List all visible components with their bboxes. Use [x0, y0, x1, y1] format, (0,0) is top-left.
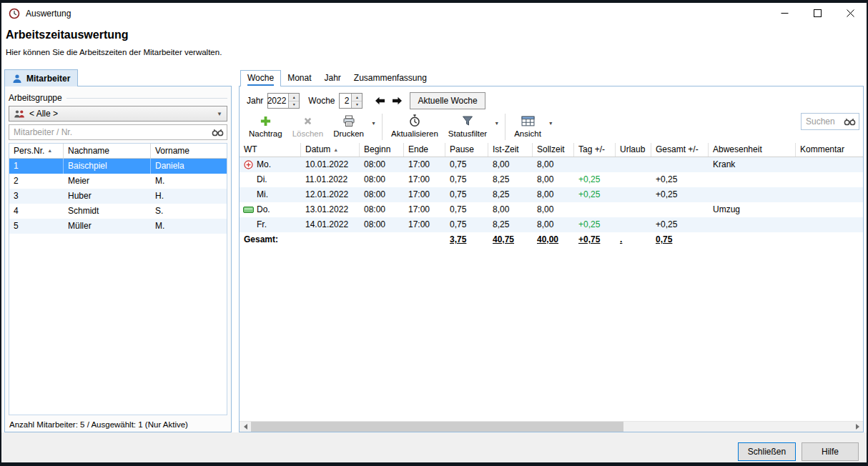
sort-asc-icon: ▲ — [47, 144, 52, 158]
statusfilter-dropdown-arrow[interactable]: ▾ — [492, 114, 501, 132]
tab-woche[interactable]: Woche — [240, 70, 281, 86]
maximize-button[interactable] — [801, 3, 834, 24]
col-pause[interactable]: Pause — [445, 143, 488, 157]
drucken-button[interactable]: Drucken — [328, 112, 369, 139]
col-kommentar[interactable]: Kommentar — [796, 143, 863, 157]
col-gesamt[interactable]: Gesamt +/- — [651, 143, 709, 157]
week-search — [801, 113, 859, 130]
bottom-bar: Schließen Hilfe — [1, 432, 867, 462]
week-value: 2 — [340, 94, 351, 108]
sort-asc-icon: ▲ — [333, 143, 338, 157]
statusfilter-button[interactable]: Statusfilter — [443, 112, 492, 139]
arrow-right-icon — [392, 96, 403, 105]
app-clock-icon — [9, 8, 20, 19]
titlebar: Auswertung — [1, 3, 867, 24]
toolbar-separator — [382, 114, 383, 140]
week-panel: Jahr 2022 ▲▼ Woche 2 ▲▼ Aktuelle Woche N… — [239, 86, 864, 432]
week-row[interactable]: Do. 13.01.2022 08:00 17:00 0,75 8,00 8,0… — [240, 202, 863, 217]
year-value: 2022 — [268, 94, 288, 108]
week-table-header: WT Datum▲ Beginn Ende Pause Ist-Zeit Sol… — [240, 143, 863, 157]
tab-mitarbeiter-label: Mitarbeiter — [26, 74, 70, 84]
hilfe-button[interactable]: Hilfe — [802, 442, 859, 461]
red-circle-plus-icon — [242, 160, 255, 169]
employee-search-input[interactable] — [9, 124, 227, 140]
ansicht-button[interactable]: Ansicht — [509, 112, 546, 139]
year-spin-buttons[interactable]: ▲▼ — [288, 94, 299, 108]
col-datum[interactable]: Datum▲ — [301, 143, 360, 157]
scrollbar-thumb[interactable] — [251, 422, 623, 432]
week-row[interactable]: Di. 11.01.2022 08:00 17:00 0,75 8,25 8,0… — [240, 172, 863, 187]
week-controls: Jahr 2022 ▲▼ Woche 2 ▲▼ Aktuelle Woche — [247, 92, 485, 109]
col-abwesenheit[interactable]: Abwesenheit — [709, 143, 796, 157]
minimize-button[interactable] — [768, 3, 801, 24]
group-separator-line — [66, 98, 227, 99]
close-button[interactable] — [834, 3, 867, 24]
schliessen-button[interactable]: Schließen — [738, 442, 796, 461]
employees-table[interactable]: Pers.Nr. ▲ Nachname Vorname 1 Baischpiel… — [9, 143, 227, 415]
window-border-left — [0, 0, 1, 466]
loeschen-button[interactable]: Löschen — [287, 112, 328, 139]
horizontal-scrollbar[interactable] — [240, 421, 863, 432]
binoculars-icon — [212, 128, 224, 137]
minimize-icon — [781, 9, 789, 17]
week-spin-buttons[interactable]: ▲▼ — [351, 94, 362, 108]
employee-row[interactable]: 4 Schmidt S. — [9, 204, 227, 219]
tab-jahr[interactable]: Jahr — [318, 71, 347, 86]
aktualisieren-button[interactable]: Aktualisieren — [386, 112, 443, 139]
window-controls — [768, 3, 867, 24]
week-row[interactable]: Fr. 14.01.2022 08:00 17:00 0,75 8,25 8,0… — [240, 217, 863, 232]
col-urlaub[interactable]: Urlaub — [616, 143, 651, 157]
green-bar-icon — [242, 206, 255, 214]
col-ende[interactable]: Ende — [404, 143, 445, 157]
ansicht-dropdown-arrow[interactable]: ▾ — [546, 114, 556, 132]
col-sollzeit[interactable]: Sollzeit — [533, 143, 574, 157]
tab-monat[interactable]: Monat — [281, 71, 317, 86]
week-total-row: Gesamt: 3,75 40,75 40,00 +0,75 . 0,75 — [240, 232, 863, 247]
drucken-dropdown-arrow[interactable]: ▾ — [369, 114, 378, 132]
employee-row[interactable]: 5 Müller M. — [9, 219, 227, 234]
maximize-icon — [814, 9, 822, 17]
view-tabs: Woche Monat Jahr Zusammenfassung — [240, 70, 433, 86]
employee-row[interactable]: 3 Huber H. — [9, 189, 227, 204]
window-title: Auswertung — [26, 9, 71, 19]
previous-week-button[interactable] — [371, 93, 388, 109]
week-row[interactable]: Mo. 10.01.2022 08:00 17:00 0,75 8,00 8,0… — [240, 157, 863, 172]
scroll-right-button[interactable] — [852, 422, 863, 432]
page-subtitle: Hier können Sie die Arbeitszeiten der Mi… — [6, 48, 222, 56]
week-table-rows: Mo. 10.01.2022 08:00 17:00 0,75 8,00 8,0… — [240, 157, 863, 247]
green-plus-icon — [260, 114, 272, 128]
next-week-button[interactable] — [388, 93, 405, 109]
col-nachname[interactable]: Nachname — [64, 144, 151, 158]
scrollbar-track[interactable] — [251, 422, 852, 432]
spin-down-icon: ▼ — [289, 101, 299, 109]
nachtrag-button[interactable]: Nachtrag — [244, 112, 287, 139]
week-toolbar: Nachtrag Löschen Drucken ▾ Aktualisieren — [244, 112, 859, 142]
col-tag[interactable]: Tag +/- — [574, 143, 616, 157]
col-beginn[interactable]: Beginn — [360, 143, 404, 157]
window-border-top — [0, 0, 868, 3]
tab-mitarbeiter[interactable]: Mitarbeiter — [4, 69, 78, 86]
week-row[interactable]: Mi. 12.01.2022 08:00 17:00 0,75 8,25 8,0… — [240, 187, 863, 202]
scroll-left-button[interactable] — [240, 422, 251, 432]
employees-panel: Arbeitsgruppe < Alle > ▼ Pers.Nr. ▲ Nach… — [4, 86, 232, 432]
window-border-bottom — [0, 462, 868, 466]
aktuelle-woche-button[interactable]: Aktuelle Woche — [410, 92, 485, 109]
arbeitsgruppe-select[interactable]: < Alle > ▼ — [9, 106, 227, 122]
triangle-left-icon — [244, 424, 247, 430]
triangle-right-icon — [856, 424, 859, 430]
year-spinner[interactable]: 2022 ▲▼ — [267, 93, 300, 109]
col-ist-zeit[interactable]: Ist-Zeit — [488, 143, 533, 157]
col-persnr[interactable]: Pers.Nr. ▲ — [9, 144, 64, 158]
tab-zusammenfassung[interactable]: Zusammenfassung — [347, 71, 433, 86]
person-icon — [12, 74, 22, 84]
col-wt[interactable]: WT — [240, 143, 301, 157]
stopwatch-icon — [409, 114, 420, 128]
col-vorname[interactable]: Vorname — [151, 144, 227, 158]
employee-row[interactable]: 1 Baischpiel Daniela — [9, 159, 227, 174]
jahr-label: Jahr — [247, 96, 263, 106]
toolbar-separator — [505, 114, 505, 140]
employee-row[interactable]: 2 Meier M. — [9, 174, 227, 189]
funnel-icon — [462, 114, 473, 128]
arbeitsgruppe-value: < Alle > — [29, 109, 58, 119]
week-spinner[interactable]: 2 ▲▼ — [339, 93, 363, 109]
